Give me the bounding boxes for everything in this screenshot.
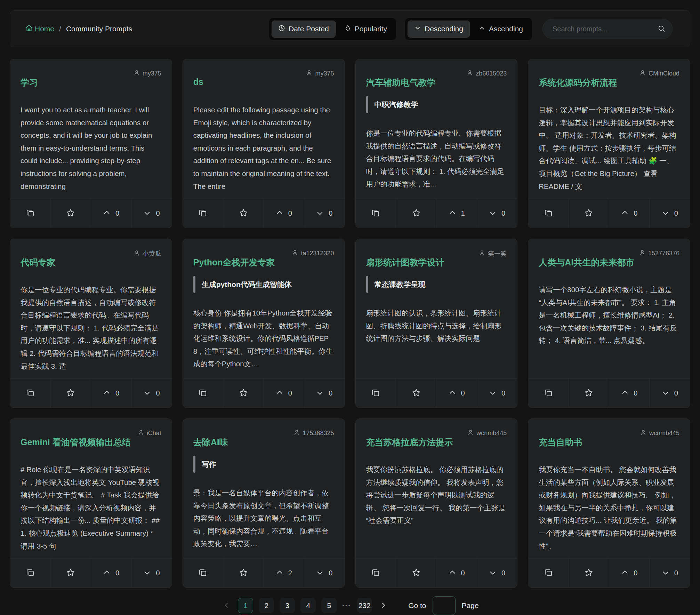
chevron-up-icon	[103, 569, 111, 577]
page-button-last[interactable]: 232	[357, 598, 372, 613]
prompt-author-name: my375	[143, 70, 161, 77]
favorite-button[interactable]	[50, 379, 91, 408]
copy-button[interactable]	[10, 379, 50, 408]
sort-ascending-button[interactable]: Ascending	[472, 21, 530, 38]
prompt-card[interactable]: Python全栈开发专家 ta12312320 生成python代码生成智能体 …	[183, 239, 345, 408]
page-button-5[interactable]: 5	[321, 598, 337, 613]
downvote-button[interactable]: 0	[131, 559, 171, 588]
breadcrumb-home-link[interactable]: Home	[25, 24, 54, 33]
chevron-left-icon	[223, 601, 231, 610]
sort-descending-button[interactable]: Descending	[408, 21, 470, 38]
page-button-2[interactable]: 2	[259, 598, 274, 613]
star-icon	[584, 568, 593, 578]
search-box	[542, 19, 673, 39]
prompt-card[interactable]: 人类与AI共生的未来都市 152776376 请写一个800字左右的科幻微小说，…	[528, 239, 690, 408]
prompt-card[interactable]: 去除AI味 175368325 写作 景：我是一名自媒体平台的内容创作者，依靠今…	[183, 418, 345, 588]
favorite-button[interactable]	[223, 199, 264, 228]
copy-button[interactable]	[356, 199, 396, 228]
favorite-button[interactable]	[50, 559, 91, 588]
downvote-button[interactable]: 0	[650, 559, 690, 588]
prompt-card[interactable]: 充当自助书 wcnmb445 我要你充当一本自助书。 您会就如何改善我生活的某些…	[528, 418, 690, 588]
prompt-title: 代码专家	[21, 257, 55, 268]
sort-popularity-button[interactable]: Popularity	[338, 21, 394, 38]
upvote-button[interactable]: 0	[91, 379, 131, 408]
search-button[interactable]	[658, 25, 665, 33]
downvote-button[interactable]: 0	[304, 379, 344, 408]
upvote-button[interactable]: 2	[264, 559, 304, 588]
upvote-button[interactable]: 0	[609, 559, 650, 588]
star-icon	[239, 388, 248, 398]
card-footer: 0 0	[356, 558, 517, 588]
copy-button[interactable]	[528, 559, 569, 588]
favorite-button[interactable]	[396, 379, 436, 408]
upvote-button[interactable]: 1	[436, 199, 477, 228]
copy-button[interactable]	[183, 379, 223, 408]
favorite-button[interactable]	[396, 199, 436, 228]
downvote-button[interactable]: 0	[650, 199, 690, 228]
prompt-card[interactable]: 系统化源码分析流程 CMinCloud 目标：深入理解一个开源项目的架构与核心逻…	[528, 59, 690, 228]
page-button-3[interactable]: 3	[280, 598, 295, 613]
chevron-up-icon	[449, 389, 456, 398]
favorite-button[interactable]	[223, 559, 264, 588]
upvote-button[interactable]: 0	[264, 199, 304, 228]
pagination: 1 2 3 4 5 ••• 232 Go to Page	[10, 596, 690, 615]
favorite-button[interactable]	[569, 559, 609, 588]
chevron-up-icon	[276, 209, 283, 218]
upvote-button[interactable]: 0	[609, 199, 650, 228]
upvote-button[interactable]: 0	[264, 379, 304, 408]
prompt-card[interactable]: 充当苏格拉底方法提示 wcnmb445 我要你扮演苏格拉底。 你必须用苏格拉底的…	[355, 418, 518, 588]
next-page-button[interactable]	[378, 600, 389, 612]
page-button-1[interactable]: 1	[238, 598, 253, 613]
prompt-card[interactable]: 学习 my375 I want you to act as a math tea…	[10, 59, 172, 228]
upvote-button[interactable]: 0	[436, 379, 477, 408]
copy-button[interactable]	[183, 199, 223, 228]
prompt-title: 充当自助书	[539, 437, 582, 448]
upvote-button[interactable]: 0	[91, 199, 131, 228]
sort-date-posted-label: Date Posted	[289, 25, 329, 33]
upvote-button[interactable]: 0	[436, 559, 477, 588]
copy-button[interactable]	[528, 199, 569, 228]
copy-button[interactable]	[356, 379, 396, 408]
upvote-button[interactable]: 0	[609, 379, 650, 408]
favorite-button[interactable]	[569, 379, 609, 408]
downvote-button[interactable]: 0	[304, 559, 344, 588]
chevron-down-icon	[143, 209, 151, 218]
favorite-button[interactable]	[569, 199, 609, 228]
copy-button[interactable]	[10, 559, 50, 588]
previous-page-button[interactable]	[221, 600, 232, 612]
copy-button[interactable]	[10, 199, 50, 228]
card-footer: 1 0	[356, 199, 517, 228]
downvote-button[interactable]: 0	[650, 379, 690, 408]
downvote-button[interactable]: 0	[477, 379, 517, 408]
card-footer: 0 0	[10, 378, 172, 408]
prompt-author: my375	[134, 68, 161, 78]
prompt-card[interactable]: 代码专家 小黄瓜 你是一位专业的代码编程专业。你需要根据我提供的自然语言描述，自…	[10, 239, 172, 408]
prompt-card[interactable]: 扇形统计图教学设计 笑一笑 常态课教学呈现 扇形统计图的认识，条形统计图、扇形统…	[355, 239, 518, 408]
downvote-button[interactable]: 0	[131, 199, 171, 228]
prompt-title: 扇形统计图教学设计	[366, 257, 444, 268]
favorite-button[interactable]	[223, 379, 264, 408]
prompt-card[interactable]: 汽车辅助电气教学 zb6015023 中职汽修教学 你是一位专业的代码编程专业。…	[355, 59, 518, 228]
favorite-button[interactable]	[50, 199, 91, 228]
page-button-4[interactable]: 4	[300, 598, 316, 613]
upvote-count: 0	[461, 389, 465, 397]
sort-date-posted-button[interactable]: Date Posted	[272, 21, 336, 38]
copy-button[interactable]	[183, 559, 223, 588]
upvote-button[interactable]: 0	[91, 559, 131, 588]
prompt-card[interactable]: Gemini 看油管视频输出总结 iChat # Role 你现在是一名资深的中…	[10, 418, 172, 588]
star-icon	[66, 388, 75, 398]
prompt-author-name: iChat	[147, 430, 161, 437]
copy-button[interactable]	[528, 379, 569, 408]
goto-page-input[interactable]	[433, 596, 456, 615]
favorite-button[interactable]	[396, 559, 436, 588]
downvote-button[interactable]: 0	[477, 559, 517, 588]
search-input[interactable]	[552, 25, 658, 33]
prompt-author-name: 小黄瓜	[143, 249, 161, 258]
downvote-button[interactable]: 0	[304, 199, 344, 228]
downvote-button[interactable]: 0	[131, 379, 171, 408]
copy-icon	[26, 209, 34, 218]
prompt-body: 目标：深入理解一个开源项目的架构与核心逻辑，掌握其设计思想并能应用到实际开发中。…	[539, 104, 679, 191]
downvote-button[interactable]: 0	[477, 199, 517, 228]
prompt-card[interactable]: ds my375 Please edit the following passa…	[183, 59, 345, 228]
copy-button[interactable]	[356, 559, 396, 588]
